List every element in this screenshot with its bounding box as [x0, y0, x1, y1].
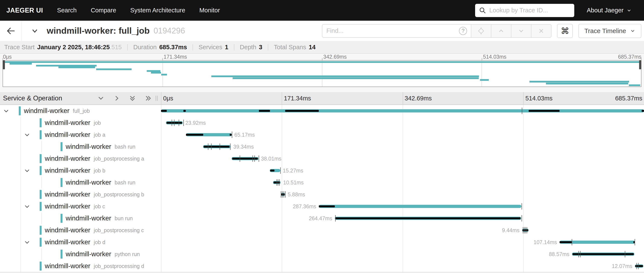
span-row-bash-run[interactable]: windmill-workerbash run10.51ms	[0, 176, 644, 188]
collapse-all-icon[interactable]	[129, 95, 136, 102]
span-row-bash-run[interactable]: windmill-workerbash run39.34ms	[0, 141, 644, 153]
span-timeline-cell[interactable]: 39.34ms	[161, 141, 644, 153]
chevron-down-icon	[630, 28, 636, 34]
span-child-segment	[642, 110, 644, 112]
span-row-full-job[interactable]: windmill-workerfull_job	[0, 105, 644, 117]
span-log-tick	[578, 251, 579, 257]
nav-item-search[interactable]: Search	[57, 7, 77, 14]
span-name-cell[interactable]: windmill-workerjob	[0, 117, 161, 129]
span-row-job-postprocessing-d[interactable]: windmill-workerjob_postprocessing d12.07…	[0, 260, 644, 272]
span-child-segment	[184, 110, 186, 112]
trace-view-selector[interactable]: Trace Timeline	[578, 24, 642, 38]
span-row-job-d[interactable]: windmill-workerjob d107.14ms	[0, 236, 644, 248]
span-row-job-postprocessing-b[interactable]: windmill-workerjob_postprocessing b5.88m…	[0, 188, 644, 200]
span-row-python-run[interactable]: windmill-workerpython run88.57ms	[0, 248, 644, 260]
viewport-handle-right[interactable]	[639, 60, 641, 69]
span-row-job[interactable]: windmill-workerjob23.92ms	[0, 117, 644, 129]
span-name-cell[interactable]: windmill-workerjob c	[0, 200, 161, 212]
span-timeline-cell[interactable]: 107.14ms	[161, 236, 644, 248]
span-collapse-chevron-icon[interactable]	[24, 239, 30, 246]
span-row-job-c[interactable]: windmill-workerjob c287.36ms	[0, 200, 644, 212]
span-log-tick	[572, 239, 572, 246]
span-collapse-chevron-icon[interactable]	[24, 167, 30, 174]
span-name-cell[interactable]: windmill-workerjob b	[0, 164, 161, 176]
span-collapse-chevron-icon[interactable]	[24, 203, 30, 210]
find-next-button[interactable]	[511, 24, 532, 38]
span-name-cell[interactable]: windmill-workerjob a	[0, 129, 161, 141]
nav-item-monitor[interactable]: Monitor	[200, 7, 220, 14]
span-bar[interactable]	[161, 109, 644, 112]
span-timeline-cell[interactable]: 15.27ms	[161, 164, 644, 176]
span-timeline-cell[interactable]: 9.44ms	[161, 224, 644, 236]
minimap-canvas[interactable]	[2, 60, 642, 87]
span-timeline-cell[interactable]: 65.17ms	[161, 129, 644, 141]
operation-name: job a	[94, 132, 105, 138]
span-timeline-cell[interactable]: 10.51ms	[161, 176, 644, 188]
span-name-cell[interactable]: windmill-workerfull_job	[0, 105, 161, 117]
service-color-strip	[60, 214, 62, 223]
span-timeline-cell[interactable]: 23.92ms	[161, 117, 644, 129]
span-row-job-postprocessing-c[interactable]: windmill-workerjob_postprocessing c9.44m…	[0, 224, 644, 236]
chevron-down-icon	[626, 8, 632, 13]
span-name-cell[interactable]: windmill-workerbash run	[0, 176, 161, 188]
span-child-segment	[529, 110, 560, 112]
operation-name: python run	[115, 251, 140, 257]
span-timeline-cell[interactable]: 287.36ms	[161, 200, 644, 212]
service-name: windmill-worker	[66, 143, 111, 150]
nav-item-compare[interactable]: Compare	[91, 7, 116, 14]
span-name-cell[interactable]: windmill-workerjob_postprocessing c	[0, 224, 161, 236]
indent-guide	[20, 248, 21, 260]
span-timeline-cell[interactable]	[161, 105, 644, 117]
span-timeline-cell[interactable]: 5.88ms	[161, 188, 644, 200]
trace-id-lookup-input[interactable]: Lookup by Trace ID...	[475, 4, 574, 17]
back-button[interactable]	[0, 21, 22, 41]
collapse-one-icon[interactable]	[97, 95, 104, 102]
viewport-handle-left[interactable]	[3, 60, 5, 69]
span-name-cell[interactable]: windmill-workerpython run	[0, 248, 161, 260]
help-icon[interactable]: ?	[459, 27, 467, 35]
span-row-job-postprocessing-a[interactable]: windmill-workerjob_postprocessing a38.01…	[0, 153, 644, 164]
span-name-cell[interactable]: windmill-workerbun run	[0, 212, 161, 224]
minimap-axis-tick	[162, 58, 163, 60]
indent-guide	[20, 141, 21, 153]
expand-all-icon[interactable]	[144, 95, 152, 102]
top-nav: JAEGER UI Search Compare System Architec…	[0, 0, 644, 21]
span-row-bun-run[interactable]: windmill-workerbun run264.47ms	[0, 212, 644, 224]
span-timeline-cell[interactable]: 12.07ms	[161, 260, 644, 272]
span-name-cell[interactable]: windmill-workerjob_postprocessing b	[0, 188, 161, 200]
find-input[interactable]: Find... ?	[322, 24, 471, 38]
span-name-cell[interactable]: windmill-workerjob d	[0, 236, 161, 248]
find-prev-button[interactable]	[491, 24, 511, 38]
span-row-job-a[interactable]: windmill-workerjob a65.17ms	[0, 129, 644, 141]
focus-span-button[interactable]	[471, 24, 491, 38]
span-row-job-b[interactable]: windmill-workerjob b15.27ms	[0, 164, 644, 176]
span-bar[interactable]	[319, 205, 522, 208]
span-collapse-chevron-icon[interactable]	[24, 132, 30, 138]
span-name-cell[interactable]: windmill-workerjob_postprocessing a	[0, 153, 161, 164]
span-name-cell[interactable]: windmill-workerjob_postprocessing d	[0, 260, 161, 272]
span-collapse-chevron-icon[interactable]	[3, 108, 10, 114]
span-duration-label: 264.47ms	[309, 215, 332, 222]
app-brand[interactable]: JAEGER UI	[6, 6, 43, 14]
nav-item-system-architecture[interactable]: System Architecture	[130, 7, 185, 14]
keyboard-shortcuts-button[interactable]: ⌘	[557, 24, 573, 38]
span-timeline-cell[interactable]: 88.57ms	[161, 248, 644, 260]
aim-icon	[477, 27, 485, 35]
span-name-cell[interactable]: windmill-workerbash run	[0, 141, 161, 153]
span-timeline-cell[interactable]: 264.47ms	[161, 212, 644, 224]
minimap-span-bar	[211, 76, 479, 77]
minimap-span-bar	[233, 78, 479, 79]
minimap-span-bar	[58, 66, 95, 68]
clear-find-button[interactable]	[532, 24, 552, 38]
service-color-strip	[40, 118, 42, 127]
indent-guide	[20, 153, 21, 164]
about-jaeger-menu[interactable]: About Jaeger	[587, 7, 632, 14]
expand-one-icon[interactable]	[113, 95, 120, 102]
span-timeline-cell[interactable]: 38.01ms	[161, 153, 644, 164]
service-color-strip	[40, 166, 42, 175]
minimap-axis-label: 171.34ms	[164, 54, 187, 60]
minimap-span-bar	[10, 63, 32, 64]
service-name: windmill-worker	[45, 226, 90, 234]
trace-collapse-toggle[interactable]	[30, 27, 40, 34]
column-resize-handle[interactable]	[156, 96, 158, 101]
